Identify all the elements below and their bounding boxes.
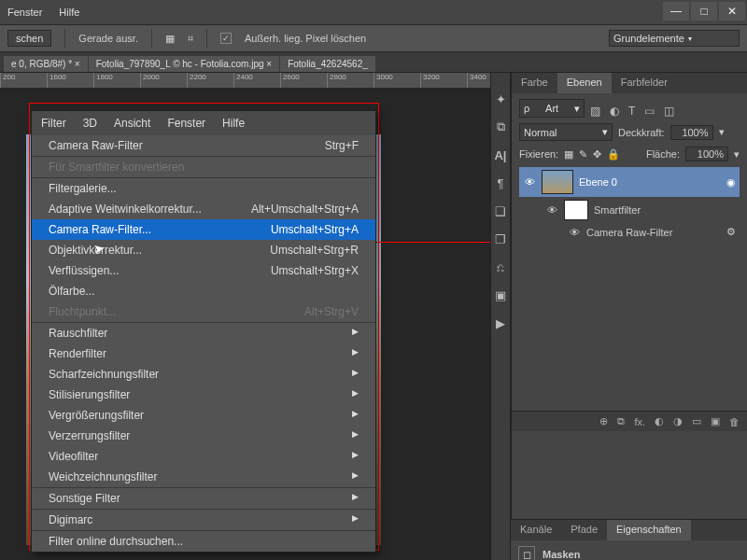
filter-options-icon[interactable]: ⚙ xyxy=(726,226,736,238)
lock-label: Fixieren: xyxy=(519,148,558,160)
properties-panel: Kanäle Pfade Eigenschaften ◻ Masken Kein… xyxy=(511,519,747,560)
delete-pixels-checkbox[interactable]: ✓ xyxy=(220,33,232,44)
visibility-icon[interactable]: 👁 xyxy=(545,204,558,216)
tab-ebenen[interactable]: Ebenen xyxy=(557,73,612,93)
menu-item[interactable]: Renderfilter▶ xyxy=(32,343,375,364)
opacity-value[interactable]: 100% xyxy=(670,125,713,140)
para-styles-icon[interactable]: ❐ xyxy=(493,231,508,246)
new-layer-icon[interactable]: ▣ xyxy=(711,415,720,427)
fill-label: Fläche: xyxy=(646,148,680,160)
menu-item[interactable]: Ölfarbe... xyxy=(32,281,375,301)
doc-tab[interactable]: Fotolia_797890_L © hc - Fotolia.com.jpg … xyxy=(89,56,280,72)
overlay-icon[interactable]: ⌗ xyxy=(188,33,193,45)
visibility-icon[interactable]: 👁 xyxy=(568,227,581,238)
tab-farbe[interactable]: Farbe xyxy=(512,73,557,93)
workspace-combo[interactable]: Grundelemente▾ xyxy=(609,30,740,47)
menu-item[interactable]: Camera Raw-Filter...Umschalt+Strg+A xyxy=(32,219,375,240)
window-controls: — □ ✕ xyxy=(663,2,745,21)
menu-item[interactable]: Verzerrungsfilter▶ xyxy=(32,426,375,446)
collapsed-panels-strip: ✦ ⧉ A| ¶ ❏ ❐ ⎌ ▣ ▶ xyxy=(490,73,511,560)
char-styles-icon[interactable]: ❏ xyxy=(493,203,508,218)
filter-menu-header: Filter3DAnsichtFensterHilfe xyxy=(32,111,375,135)
adjustment-icon[interactable]: ◑ xyxy=(673,415,683,427)
app-menubar: Fenster Hilfe xyxy=(0,0,747,24)
delete-pixels-label: Außerh. lieg. Pixel löschen xyxy=(245,33,366,44)
type-filter-icon[interactable]: T xyxy=(628,105,635,118)
menu-item[interactable]: Digimarc▶ xyxy=(32,510,375,530)
tab-pfade[interactable]: Pfade xyxy=(561,520,607,540)
grid-icon[interactable]: ▦ xyxy=(165,33,175,45)
brush-icon[interactable]: ✦ xyxy=(493,91,508,106)
menu-item[interactable]: Filter online durchsuchen... xyxy=(32,531,375,552)
layer-thumb xyxy=(542,170,573,194)
panel-tabs: Farbe Ebenen Farbfelder xyxy=(512,73,747,93)
maximize-button[interactable]: □ xyxy=(691,2,717,21)
adjust-filter-icon[interactable]: ◐ xyxy=(610,105,619,118)
masks-title: Masken xyxy=(543,549,580,560)
menu-item[interactable]: Videofilter▶ xyxy=(32,446,375,467)
menu-item[interactable]: Vergrößerungsfilter▶ xyxy=(32,405,375,426)
fill-value[interactable]: 100% xyxy=(685,147,728,161)
menu-hilfe[interactable]: Hilfe xyxy=(59,7,79,18)
menu-item[interactable]: Objektivkorrektur...Umschalt+Strg+R xyxy=(32,240,375,260)
lock-trans-icon[interactable]: ▦ xyxy=(564,148,573,161)
opacity-label: Deckkraft: xyxy=(618,127,665,138)
menu-item: Für Smartfilter konvertieren xyxy=(32,157,375,177)
layers-footer: ⊕ ⧉ fx. ◐ ◑ ▭ ▣ 🗑 xyxy=(512,411,747,431)
paragraph-icon[interactable]: ¶ xyxy=(493,175,508,190)
tab-eigenschaften[interactable]: Eigenschaften xyxy=(607,520,691,540)
doc-tab[interactable]: Fotolia_42624562_ xyxy=(280,56,375,72)
smart-filter-icon[interactable]: ◫ xyxy=(664,105,674,118)
clear-button[interactable]: schen xyxy=(7,30,51,47)
menu-item[interactable]: Weichzeichnungsfilter▶ xyxy=(32,467,375,487)
tab-kanaele[interactable]: Kanäle xyxy=(511,520,561,540)
close-button[interactable]: ✕ xyxy=(719,2,745,21)
history-icon[interactable]: ⎌ xyxy=(493,259,508,274)
blend-mode-combo[interactable]: Normal▾ xyxy=(519,123,613,141)
type-icon[interactable]: A| xyxy=(493,147,508,162)
menu-item[interactable]: Scharfzeichnungsfilter▶ xyxy=(32,364,375,385)
submenu-ansicht[interactable]: Ansicht xyxy=(114,117,150,130)
visibility-icon[interactable]: 👁 xyxy=(523,176,536,188)
doc-tab[interactable]: e 0, RGB/8#) * × xyxy=(4,56,88,72)
menu-item[interactable]: Camera Raw-FilterStrg+F xyxy=(32,135,375,156)
mask-thumb xyxy=(564,200,588,220)
lock-paint-icon[interactable]: ✎ xyxy=(579,148,587,161)
menu-item: Fluchtpunkt...Alt+Strg+V xyxy=(32,301,375,322)
document-tabs: e 0, RGB/8#) * × Fotolia_797890_L © hc -… xyxy=(0,52,747,73)
tab-farbfelder[interactable]: Farbfelder xyxy=(612,73,677,93)
submenu-hilfe[interactable]: Hilfe xyxy=(222,117,245,130)
menu-item[interactable]: Sonstige Filter▶ xyxy=(32,488,375,509)
shape-filter-icon[interactable]: ▭ xyxy=(644,105,655,118)
lock-all-icon[interactable]: 🔒 xyxy=(607,148,620,161)
straighten-label[interactable]: Gerade ausr. xyxy=(78,33,138,44)
masks-icon: ◻ xyxy=(518,546,535,560)
menu-item[interactable]: Verflüssigen...Umschalt+Strg+X xyxy=(32,260,375,281)
menu-item[interactable]: Filtergalerie... xyxy=(32,178,375,199)
menu-item[interactable]: Adaptive Weitwinkelkorrektur...Alt+Umsch… xyxy=(32,199,375,219)
link-icon[interactable]: ⧉ xyxy=(617,415,625,427)
group-icon[interactable]: ▭ xyxy=(692,415,701,427)
submenu-fenster[interactable]: Fenster xyxy=(167,117,205,130)
submenu-3d[interactable]: 3D xyxy=(83,117,97,130)
submenu-filter[interactable]: Filter xyxy=(41,117,66,130)
lock-move-icon[interactable]: ✥ xyxy=(593,148,601,161)
trash-icon[interactable]: 🗑 xyxy=(729,416,740,427)
swatches-icon[interactable]: ⧉ xyxy=(493,119,508,134)
layer-kind-filter[interactable]: ρ Art ▾ xyxy=(519,99,585,118)
layer-ebene0[interactable]: 👁 Ebene 0 ◉ xyxy=(519,167,740,197)
filter-menu-popup: Filter3DAnsichtFensterHilfe Camera Raw-F… xyxy=(31,110,376,553)
actions-icon[interactable]: ▣ xyxy=(493,287,508,302)
menu-item[interactable]: Stilisierungsfilter▶ xyxy=(32,385,375,405)
minimize-button[interactable]: — xyxy=(663,2,689,21)
play-icon[interactable]: ▶ xyxy=(493,315,508,330)
smartobj-icon: ◉ xyxy=(726,176,736,189)
layer-camera-raw-filter[interactable]: 👁 Camera Raw-Filter ⚙ xyxy=(519,223,740,241)
menu-item[interactable]: Rauschfilter▶ xyxy=(32,323,375,343)
image-filter-icon[interactable]: ▨ xyxy=(590,105,600,118)
layer-smartfilter-group[interactable]: 👁 Smartfilter xyxy=(519,197,740,223)
menu-fenster[interactable]: Fenster xyxy=(7,7,42,18)
mask-icon[interactable]: ◐ xyxy=(655,415,664,427)
fx-icon[interactable]: fx. xyxy=(634,416,645,427)
filter-icons[interactable]: ▨ ◐ T ▭ ◫ xyxy=(590,105,674,118)
